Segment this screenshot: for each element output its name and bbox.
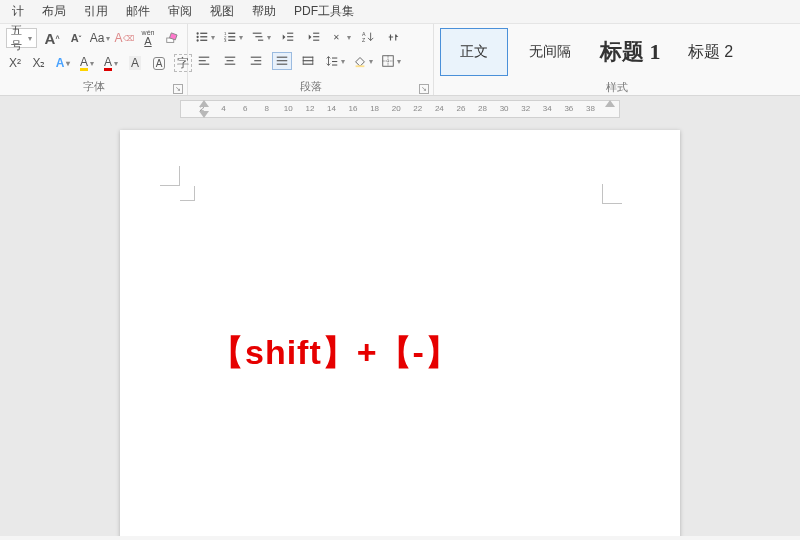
align-center-icon [223,54,237,68]
ribbon-group-paragraph: ▾ 123▾ ▾ ✕▾ AZ [188,24,434,95]
style-heading-2[interactable]: 标题 2 [677,28,745,76]
menu-item-design[interactable]: 计 [4,1,32,22]
font-group-more-button[interactable] [163,29,181,47]
font-dialog-launcher[interactable]: ↘ [173,84,183,94]
line-spacing-icon [325,54,339,68]
decrease-indent-button[interactable] [278,28,298,46]
change-case-button[interactable]: Aa▾ [91,29,109,47]
multilevel-list-button[interactable]: ▾ [250,28,272,46]
sort-button[interactable]: AZ [358,28,378,46]
align-left-button[interactable] [194,52,214,70]
font-size-select[interactable]: 五号 ▾ [6,28,37,48]
menu-item-review[interactable]: 审阅 [160,1,200,22]
svg-text:Z: Z [362,37,366,43]
svg-point-2 [196,32,198,34]
group-label-styles: 样式 [606,80,628,95]
bullets-button[interactable]: ▾ [194,28,216,46]
svg-rect-19 [287,40,293,41]
overlay-hint-text: 【shift】+【-】 [210,330,460,376]
grow-font-button[interactable]: A^ [43,29,61,47]
menu-item-mailings[interactable]: 邮件 [118,1,158,22]
subscript-button[interactable]: X₂ [30,54,48,72]
svg-rect-9 [228,33,235,34]
svg-rect-43 [332,58,337,59]
svg-rect-7 [200,40,207,41]
line-spacing-button[interactable]: ▾ [324,52,346,70]
svg-rect-45 [332,65,337,66]
align-right-button[interactable] [246,52,266,70]
svg-rect-46 [356,65,365,67]
superscript-button[interactable]: X² [6,54,24,72]
svg-rect-5 [200,36,207,37]
svg-rect-17 [287,33,293,34]
svg-rect-29 [225,57,236,58]
svg-rect-35 [277,57,288,58]
margin-corner-top-right [602,184,622,204]
group-label-font: 字体 [83,79,105,94]
svg-rect-18 [287,36,293,37]
borders-icon [381,54,395,68]
svg-rect-20 [313,33,319,34]
hanging-indent-marker[interactable] [199,111,209,118]
svg-rect-16 [258,40,263,41]
svg-rect-13 [228,40,235,41]
distribute-icon [301,54,315,68]
font-size-value: 五号 [11,23,28,53]
svg-text:A: A [362,31,366,37]
right-indent-marker[interactable] [605,100,615,107]
show-marks-button[interactable] [384,28,404,46]
menu-item-layout[interactable]: 布局 [34,1,74,22]
multilevel-list-icon [251,30,265,44]
asian-layout-button[interactable]: ✕▾ [330,28,352,46]
svg-rect-21 [313,36,319,37]
phonetic-guide-button[interactable]: wén A [139,29,157,47]
svg-rect-33 [254,60,261,61]
align-justify-button[interactable] [272,52,292,70]
style-gallery[interactable]: 正文 无间隔 标题 1 标题 2 [434,24,800,80]
menu-item-pdftools[interactable]: PDF工具集 [286,1,362,22]
align-justify-icon [275,54,289,68]
style-heading-1[interactable]: 标题 1 [592,28,669,76]
align-right-icon [249,54,263,68]
style-no-spacing[interactable]: 无间隔 [516,28,584,76]
clear-format-button[interactable]: A⌫ [115,29,133,47]
group-label-paragraph: 段落 [300,79,322,94]
svg-rect-38 [303,57,314,58]
borders-button[interactable]: ▾ [380,52,402,70]
eraser-icon [165,31,179,45]
ribbon-group-font: 五号 ▾ A^ Aˇ Aa▾ A⌫ wén A X² X₂ A▾ A▾ [0,24,188,95]
svg-rect-26 [199,57,210,58]
first-line-indent-marker[interactable] [199,100,209,107]
svg-rect-41 [303,57,304,65]
chevron-down-icon: ▾ [28,34,32,43]
svg-point-6 [196,39,198,41]
ribbon: 五号 ▾ A^ Aˇ Aa▾ A⌫ wén A X² X₂ A▾ A▾ [0,24,800,96]
document-page[interactable]: 【shift】+【-】 [120,130,680,536]
shrink-font-button[interactable]: Aˇ [67,29,85,47]
svg-rect-15 [255,36,262,37]
sort-icon: AZ [361,30,375,44]
align-center-button[interactable] [220,52,240,70]
bullet-list-icon [195,30,209,44]
numbering-button[interactable]: 123▾ [222,28,244,46]
style-normal[interactable]: 正文 [440,28,508,76]
highlight-color-button[interactable]: A▾ [78,54,96,72]
enclose-char-button[interactable]: A [150,54,168,72]
shading-button[interactable]: ▾ [352,52,374,70]
paragraph-dialog-launcher[interactable]: ↘ [419,84,429,94]
text-effects-button[interactable]: A▾ [54,54,72,72]
svg-rect-27 [199,60,206,61]
svg-rect-14 [253,33,262,34]
increase-indent-button[interactable] [304,28,324,46]
svg-rect-31 [225,64,236,65]
menu-item-help[interactable]: 帮助 [244,1,284,22]
svg-rect-40 [303,64,314,65]
distribute-button[interactable] [298,52,318,70]
menu-item-view[interactable]: 视图 [202,1,242,22]
svg-rect-11 [228,36,235,37]
font-color-button[interactable]: A▾ [102,54,120,72]
char-shading-button[interactable]: A [126,54,144,72]
menu-item-references[interactable]: 引用 [76,1,116,22]
svg-rect-32 [251,57,262,58]
horizontal-ruler[interactable]: 2468101214161820222426283032343638 [180,100,620,118]
